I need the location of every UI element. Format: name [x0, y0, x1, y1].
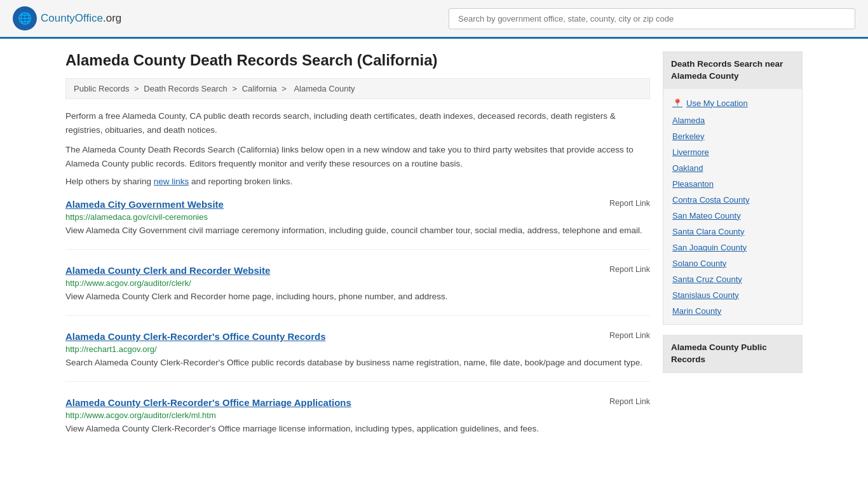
report-link[interactable]: Report Link [609, 397, 650, 406]
sidebar-nearby-link[interactable]: Santa Clara County [663, 224, 802, 240]
sidebar-nearby-link[interactable]: Contra Costa County [663, 192, 802, 208]
help-text: Help others by sharing new links and rep… [65, 177, 650, 186]
intro-paragraph-1: Perform a free Alameda County, CA public… [65, 109, 650, 137]
result-item: Alameda City Government Website Report L… [65, 199, 650, 250]
sidebar-nearby-link[interactable]: Marin County [663, 303, 802, 319]
result-header: Alameda City Government Website Report L… [65, 199, 650, 210]
site-logo[interactable]: 🌐 CountyOffice.org [13, 6, 121, 30]
breadcrumb: Public Records > Death Records Search > … [65, 78, 650, 99]
results-list: Alameda City Government Website Report L… [65, 199, 650, 447]
result-description: Search Alameda County Clerk-Recorder's O… [65, 356, 650, 370]
use-my-location-link[interactable]: 📍 Use My Location [663, 94, 802, 112]
result-header: Alameda County Clerk and Recorder Websit… [65, 265, 650, 276]
result-url[interactable]: http://rechart1.acgov.org/ [65, 344, 650, 354]
new-links-link[interactable]: new links [154, 177, 189, 186]
sidebar-nearby-link[interactable]: Stanislaus County [663, 287, 802, 303]
sidebar-nearby-body: 📍 Use My Location AlamedaBerkeleyLivermo… [663, 89, 802, 324]
sidebar-nearby-link[interactable]: Oakland [663, 160, 802, 176]
sidebar: Death Records Search near Alameda County… [663, 51, 803, 463]
report-link[interactable]: Report Link [609, 331, 650, 340]
result-description: View Alameda County Clerk and Recorder h… [65, 290, 650, 304]
breadcrumb-california[interactable]: California [242, 84, 277, 93]
page-title: Alameda County Death Records Search (Cal… [65, 51, 650, 69]
breadcrumb-public-records[interactable]: Public Records [74, 84, 129, 93]
result-header: Alameda County Clerk-Recorder's Office M… [65, 397, 650, 408]
result-url[interactable]: http://www.acgov.org/auditor/clerk/ml.ht… [65, 410, 650, 420]
content-area: Alameda County Death Records Search (Cal… [65, 51, 650, 463]
sidebar-section-title-1: Death Records Search near Alameda County [663, 52, 802, 89]
result-item: Alameda County Clerk-Recorder's Office M… [65, 397, 650, 447]
breadcrumb-alameda-county: Alameda County [294, 84, 355, 93]
logo-icon: 🌐 [13, 6, 37, 30]
site-header: 🌐 CountyOffice.org [0, 0, 868, 39]
sidebar-nearby-link[interactable]: Pleasanton [663, 176, 802, 192]
breadcrumb-death-records-search[interactable]: Death Records Search [144, 84, 227, 93]
intro-paragraph-2: The Alameda County Death Records Search … [65, 143, 650, 170]
result-description: View Alameda City Government civil marri… [65, 224, 650, 238]
result-url[interactable]: https://alamedaca.gov/civil-ceremonies [65, 212, 650, 222]
result-title[interactable]: Alameda County Clerk-Recorder's Office C… [65, 331, 326, 342]
sidebar-nearby-link[interactable]: Berkeley [663, 128, 802, 144]
sidebar-nearby-link[interactable]: San Joaquin County [663, 240, 802, 255]
report-link[interactable]: Report Link [609, 265, 650, 274]
result-description: View Alameda County Clerk-Recorder's Off… [65, 423, 650, 436]
sidebar-nearby-link[interactable]: San Mateo County [663, 208, 802, 224]
search-input[interactable] [449, 8, 855, 29]
search-bar [449, 8, 855, 29]
report-link[interactable]: Report Link [609, 199, 650, 208]
sidebar-nearby-link[interactable]: Livermore [663, 144, 802, 160]
sidebar-section-title-2: Alameda County Public Records [663, 336, 802, 372]
sidebar-nearby-section: Death Records Search near Alameda County… [663, 51, 803, 325]
sidebar-public-records-section: Alameda County Public Records [663, 335, 803, 373]
result-item: Alameda County Clerk-Recorder's Office C… [65, 331, 650, 382]
sidebar-nearby-link[interactable]: Solano County [663, 255, 802, 271]
result-item: Alameda County Clerk and Recorder Websit… [65, 265, 650, 316]
sidebar-nearby-links: AlamedaBerkeleyLivermoreOaklandPleasanto… [663, 112, 802, 319]
location-icon: 📍 [672, 98, 682, 108]
result-title[interactable]: Alameda City Government Website [65, 199, 224, 210]
sidebar-nearby-link[interactable]: Alameda [663, 112, 802, 128]
logo-text: CountyOffice.org [41, 12, 121, 25]
result-header: Alameda County Clerk-Recorder's Office C… [65, 331, 650, 342]
main-container: Alameda County Death Records Search (Cal… [53, 39, 815, 475]
result-title[interactable]: Alameda County Clerk-Recorder's Office M… [65, 397, 351, 408]
result-url[interactable]: http://www.acgov.org/auditor/clerk/ [65, 278, 650, 288]
sidebar-nearby-link[interactable]: Santa Cruz County [663, 271, 802, 287]
result-title[interactable]: Alameda County Clerk and Recorder Websit… [65, 265, 270, 276]
